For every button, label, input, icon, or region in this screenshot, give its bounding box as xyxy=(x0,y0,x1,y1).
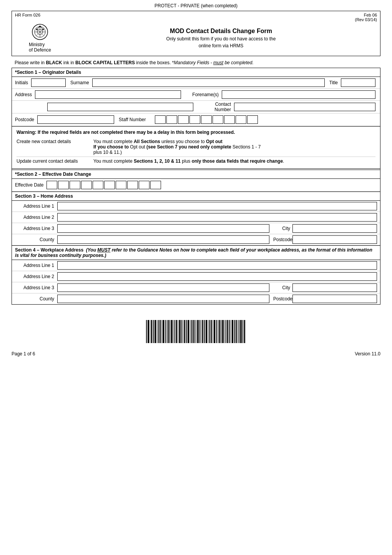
svg-rect-15 xyxy=(154,320,156,343)
page-label: Page 1 of 6 xyxy=(12,351,35,357)
section1-header: *Section 1 – Originator Details xyxy=(12,68,380,77)
svg-rect-31 xyxy=(181,320,182,343)
date-seg-3[interactable] xyxy=(70,181,80,189)
address2-input[interactable] xyxy=(47,103,193,111)
effective-date-label: Effective Date xyxy=(15,182,45,188)
date-seg-7[interactable] xyxy=(116,181,126,189)
home-county-row: County Postcode xyxy=(12,234,380,245)
form-date: Feb 06 (Rev 03/14) xyxy=(355,13,377,22)
svg-rect-67 xyxy=(240,320,242,343)
forenames-input[interactable] xyxy=(222,90,375,99)
work-addr-line1-label: Address Line 1 xyxy=(15,263,57,268)
svg-rect-25 xyxy=(171,320,173,343)
address-input[interactable] xyxy=(35,90,181,99)
work-city-input[interactable] xyxy=(292,283,377,292)
home-county-input[interactable] xyxy=(57,235,269,244)
svg-rect-58 xyxy=(226,320,226,343)
date-seg-6[interactable] xyxy=(104,181,115,189)
work-addr-line3-input[interactable] xyxy=(57,283,269,292)
update-row: Update current contact details You must … xyxy=(17,157,375,165)
work-addr-line1-input[interactable] xyxy=(57,261,377,270)
svg-rect-28 xyxy=(176,320,177,343)
staff-seg-9[interactable] xyxy=(247,115,258,124)
barcode-area xyxy=(12,320,380,344)
staff-seg-5[interactable] xyxy=(201,115,212,124)
date-seg-2[interactable] xyxy=(58,181,69,189)
home-city-input[interactable] xyxy=(292,224,377,233)
home-addr-line2-input[interactable] xyxy=(57,213,377,222)
svg-rect-33 xyxy=(184,320,185,343)
svg-rect-34 xyxy=(186,320,187,343)
date-seg-8[interactable] xyxy=(127,181,138,189)
page-footer: Page 1 of 6 Version 11.0 xyxy=(12,351,380,357)
protect-text: PROTECT - PRIVATE (when completed) xyxy=(154,3,238,8)
svg-rect-69 xyxy=(244,320,245,343)
staff-seg-6[interactable] xyxy=(213,115,223,124)
work-addr-line2-label: Address Line 2 xyxy=(15,274,57,279)
work-county-input[interactable] xyxy=(57,295,269,303)
mod-crest-icon xyxy=(32,23,48,40)
form-subtitle2: online form via HRMS xyxy=(62,43,380,48)
work-addr-line2-input[interactable] xyxy=(57,272,377,281)
form-subtitle1: Only submit this form if you do not have… xyxy=(62,36,380,42)
barcode-icon xyxy=(146,320,246,343)
svg-rect-30 xyxy=(179,320,181,343)
home-addr-line1-input[interactable] xyxy=(57,202,377,210)
date-seg-5[interactable] xyxy=(93,181,103,189)
surname-label: Surname xyxy=(70,80,91,85)
svg-rect-44 xyxy=(202,320,203,343)
contact-number-label: Contact Number xyxy=(198,102,233,112)
svg-rect-39 xyxy=(194,320,195,343)
svg-rect-42 xyxy=(199,320,200,343)
initials-input[interactable] xyxy=(31,78,66,87)
svg-rect-55 xyxy=(221,320,221,343)
title-input[interactable] xyxy=(341,78,375,87)
svg-rect-40 xyxy=(196,320,196,343)
staff-seg-1[interactable] xyxy=(155,115,166,124)
home-city-label: City xyxy=(273,226,292,231)
svg-rect-48 xyxy=(209,320,210,343)
home-postcode-label: Postcode xyxy=(273,237,292,242)
svg-rect-59 xyxy=(227,320,228,343)
svg-rect-24 xyxy=(169,320,170,343)
svg-rect-35 xyxy=(188,320,189,343)
svg-rect-16 xyxy=(157,320,157,343)
home-addr-line2-row: Address Line 2 xyxy=(12,212,380,223)
staff-seg-8[interactable] xyxy=(236,115,246,124)
svg-rect-37 xyxy=(191,320,192,343)
date-seg-1[interactable] xyxy=(47,181,57,189)
work-county-row: County Postcode xyxy=(12,293,380,304)
svg-rect-57 xyxy=(224,320,225,343)
staff-seg-2[interactable] xyxy=(166,115,177,124)
contact-number-input[interactable] xyxy=(234,103,375,111)
date-seg-10[interactable] xyxy=(150,181,161,189)
svg-rect-43 xyxy=(201,320,201,343)
svg-rect-41 xyxy=(197,320,199,343)
staff-seg-3[interactable] xyxy=(178,115,189,124)
work-addr-line2-row: Address Line 2 xyxy=(12,271,380,282)
warning-box: Warning: If the required fields are not … xyxy=(12,126,380,169)
svg-rect-29 xyxy=(178,320,178,343)
work-county-label: County xyxy=(15,296,57,302)
surname-input[interactable] xyxy=(92,78,325,87)
date-seg-9[interactable] xyxy=(139,181,149,189)
svg-rect-14 xyxy=(153,320,154,343)
home-addr-line3-input[interactable] xyxy=(57,224,269,233)
work-addr-line1-row: Address Line 1 xyxy=(12,260,380,271)
svg-rect-23 xyxy=(168,320,169,343)
logo-text: Ministry of Defence xyxy=(29,42,51,53)
svg-rect-50 xyxy=(213,320,213,343)
staff-seg-4[interactable] xyxy=(189,115,200,124)
logo-area: Ministry of Defence xyxy=(12,23,62,53)
work-postcode-input[interactable] xyxy=(292,295,377,303)
svg-rect-13 xyxy=(151,320,152,343)
postcode-input[interactable] xyxy=(37,115,114,124)
home-postcode-input[interactable] xyxy=(292,235,377,244)
staff-number-label: Staff Number xyxy=(119,117,153,122)
form-number: HR Form 026 xyxy=(15,13,40,17)
svg-rect-46 xyxy=(206,320,207,343)
date-seg-4[interactable] xyxy=(81,181,92,189)
svg-rect-54 xyxy=(219,320,220,343)
warning-title: Warning: If the required fields are not … xyxy=(17,130,375,135)
staff-seg-7[interactable] xyxy=(224,115,235,124)
